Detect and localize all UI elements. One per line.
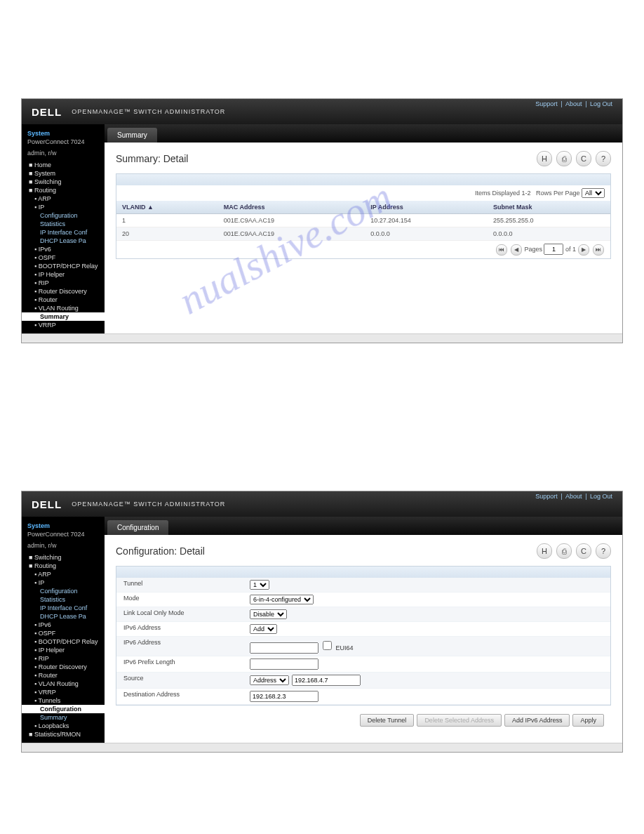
- refresh-icon[interactable]: C: [576, 151, 591, 166]
- tab-configuration[interactable]: Configuration: [107, 520, 168, 535]
- nav-item[interactable]: Configuration: [22, 705, 105, 713]
- rows-per-page-select[interactable]: All: [582, 188, 605, 198]
- form-select[interactable]: Disable: [250, 609, 287, 619]
- nav-item[interactable]: ▪ Router: [22, 296, 105, 304]
- form-label: Destination Address: [123, 691, 250, 702]
- nav-item[interactable]: ■ Statistics/RMON: [22, 730, 105, 739]
- nav-item[interactable]: ▪ BOOTP/DHCP Relay: [22, 637, 105, 646]
- nav-item[interactable]: ▪ IPv6: [22, 245, 105, 253]
- nav-item[interactable]: ▪ IPv6: [22, 621, 105, 629]
- system-user: admin, r/w: [22, 542, 105, 553]
- nav-item[interactable]: DHCP Lease Pa: [22, 237, 105, 245]
- print-icon[interactable]: ⎙: [556, 543, 572, 559]
- nav-item[interactable]: ■ Switching: [22, 178, 105, 186]
- nav-item[interactable]: ■ System: [22, 169, 105, 178]
- tab-bar: Configuration: [105, 517, 622, 535]
- action-button[interactable]: Delete Tunnel: [360, 714, 415, 727]
- nav-item[interactable]: ■ Routing: [22, 562, 105, 570]
- nav-item[interactable]: ■ Switching: [22, 553, 105, 562]
- horizontal-scrollbar[interactable]: [22, 743, 622, 752]
- nav-item[interactable]: ▪ BOOTP/DHCP Relay: [22, 262, 105, 270]
- horizontal-scrollbar[interactable]: [22, 333, 622, 343]
- nav-item[interactable]: ▪ IP: [22, 578, 105, 587]
- nav-item[interactable]: ▪ RIP: [22, 279, 105, 287]
- nav-item[interactable]: ▪ IP Helper: [22, 270, 105, 279]
- nav-item[interactable]: Statistics: [22, 595, 105, 604]
- nav-item[interactable]: ▪ VRRP: [22, 688, 105, 696]
- tab-summary[interactable]: Summary: [107, 128, 157, 143]
- save-icon[interactable]: H: [537, 151, 552, 166]
- pager-input[interactable]: [544, 244, 563, 255]
- nav-item[interactable]: ▪ IP: [22, 203, 105, 211]
- system-model: PowerConnect 7024: [22, 531, 105, 542]
- about-link[interactable]: About: [565, 493, 582, 500]
- nav-item[interactable]: ▪ Loopbacks: [22, 722, 105, 730]
- action-button[interactable]: Add IPv6 Address: [504, 714, 570, 727]
- help-icon[interactable]: ?: [596, 543, 611, 559]
- nav-item[interactable]: ■ Home: [22, 161, 105, 169]
- nav-item[interactable]: Statistics: [22, 220, 105, 228]
- nav-item[interactable]: Summary: [22, 312, 105, 321]
- pager-label: Pages: [524, 246, 542, 253]
- logout-link[interactable]: Log Out: [590, 100, 612, 107]
- pager-next-icon[interactable]: ▶: [578, 244, 589, 256]
- pager-prev-icon[interactable]: ◀: [511, 244, 522, 256]
- form-select[interactable]: 6-in-4-configured: [250, 595, 314, 604]
- support-link[interactable]: Support: [535, 100, 558, 107]
- main-content: Summary Summary: Detail H ⎙ C ? Items Di…: [105, 124, 622, 333]
- pager-last-icon[interactable]: ⏭: [593, 244, 604, 256]
- nav-item[interactable]: ▪ ARP: [22, 194, 105, 203]
- nav-item[interactable]: ▪ RIP: [22, 654, 105, 663]
- column-header[interactable]: VLANID ▲: [116, 201, 218, 214]
- support-link[interactable]: Support: [535, 493, 558, 500]
- pager-first-icon[interactable]: ⏮: [496, 244, 507, 256]
- save-icon[interactable]: H: [537, 543, 552, 559]
- nav-item[interactable]: ▪ OSPF: [22, 253, 105, 262]
- help-icon[interactable]: ?: [596, 151, 611, 166]
- form-select[interactable]: 1: [250, 580, 269, 590]
- nav-item[interactable]: ▪ Router Discovery: [22, 663, 105, 671]
- pager: ⏮ ◀ Pages of 1 ▶ ⏭: [116, 241, 610, 258]
- form-input[interactable]: [250, 658, 318, 670]
- action-icons: H ⎙ C ?: [537, 543, 611, 559]
- nav-item[interactable]: ▪ Router: [22, 671, 105, 680]
- form-row: Link Local Only ModeDisable: [116, 607, 610, 622]
- nav-item[interactable]: ▪ VLAN Routing: [22, 680, 105, 688]
- logout-link[interactable]: Log Out: [590, 493, 612, 500]
- refresh-icon[interactable]: C: [576, 543, 591, 559]
- nav-item[interactable]: Configuration: [22, 587, 105, 595]
- about-link[interactable]: About: [565, 100, 582, 107]
- config-form-box: Tunnel1Mode6-in-4-configuredLink Local O…: [116, 566, 611, 706]
- nav-item[interactable]: ▪ OSPF: [22, 629, 105, 637]
- app-title: OPENMANAGE™ SWITCH ADMINISTRATOR: [72, 108, 225, 115]
- nav-item[interactable]: ▪ ARP: [22, 570, 105, 578]
- form-label: Tunnel: [123, 580, 250, 590]
- action-button: Delete Selected Address: [417, 714, 502, 727]
- table-row: 1001E.C9AA.AC1910.27.204.154255.255.255.…: [116, 214, 610, 227]
- form-row: IPv6 Prefix Length: [116, 656, 610, 673]
- form-select[interactable]: Add: [250, 624, 277, 634]
- nav-item[interactable]: ▪ Router Discovery: [22, 287, 105, 296]
- nav-item[interactable]: ▪ IP Helper: [22, 646, 105, 654]
- form-input[interactable]: [292, 675, 361, 686]
- form-select[interactable]: Address: [250, 675, 289, 685]
- brand-logo: DELL: [22, 498, 72, 510]
- nav-item[interactable]: IP Interface Conf: [22, 604, 105, 612]
- form-row: IPv6 Address EUI64: [116, 637, 610, 656]
- form-input[interactable]: [250, 642, 318, 654]
- column-header[interactable]: MAC Address: [218, 201, 365, 214]
- column-header[interactable]: Subnet Mask: [488, 201, 610, 214]
- nav-item[interactable]: IP Interface Conf: [22, 228, 105, 237]
- nav-item[interactable]: Summary: [22, 713, 105, 722]
- action-button[interactable]: Apply: [572, 714, 604, 727]
- nav-item[interactable]: Configuration: [22, 211, 105, 220]
- eui64-checkbox[interactable]: [323, 641, 332, 650]
- nav-item[interactable]: ▪ VRRP: [22, 321, 105, 329]
- nav-item[interactable]: ▪ Tunnels: [22, 696, 105, 705]
- print-icon[interactable]: ⎙: [556, 151, 572, 166]
- nav-item[interactable]: ■ Routing: [22, 186, 105, 194]
- form-input[interactable]: [250, 691, 318, 702]
- nav-item[interactable]: DHCP Lease Pa: [22, 612, 105, 621]
- nav-item[interactable]: ▪ VLAN Routing: [22, 304, 105, 312]
- column-header[interactable]: IP Address: [365, 201, 488, 214]
